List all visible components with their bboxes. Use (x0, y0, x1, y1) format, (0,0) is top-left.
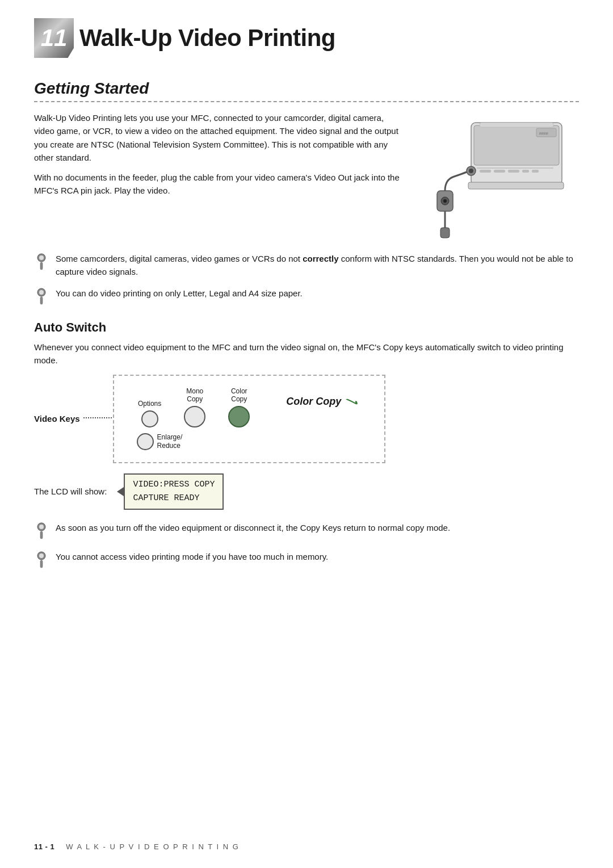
intro-text-block: Walk-Up Video Printing lets you use your… (34, 111, 401, 242)
note-item-4: You cannot access video printing mode if… (34, 550, 579, 571)
svg-rect-2 (468, 182, 564, 189)
getting-started-heading: Getting Started (34, 79, 579, 98)
mono-copy-btn[interactable] (184, 406, 205, 427)
svg-rect-27 (40, 531, 43, 539)
keys-top-row: Options MonoCopy ColorCopy Color Copy ✓ (131, 387, 367, 427)
video-keys-label-group: Video Keys (34, 414, 112, 423)
color-copy-key-group: ColorCopy (228, 387, 250, 427)
auto-switch-para: Whenever you connect video equipment to … (34, 341, 579, 367)
note-text-2: You can do video printing on only Letter… (56, 287, 303, 300)
note-text-1: Some camcorders, digital cameras, video … (56, 252, 579, 279)
lcd-line2: CAPTURE READY (133, 492, 215, 505)
section-divider (34, 101, 579, 102)
note-item-1: Some camcorders, digital cameras, video … (34, 252, 579, 279)
device-svg: ⎚⎚⎚⎚ (420, 117, 573, 242)
mono-copy-key-group: MonoCopy (184, 387, 205, 427)
getting-started-section: Getting Started (0, 69, 613, 102)
device-image: ⎚⎚⎚⎚ (414, 111, 579, 242)
video-keys-row: Video Keys Options MonoCopy ColorCopy (34, 375, 579, 463)
svg-text:⎚⎚⎚⎚: ⎚⎚⎚⎚ (539, 132, 548, 135)
enlarge-label: Enlarge/Reduce (157, 433, 183, 451)
svg-rect-4 (480, 170, 491, 173)
svg-point-29 (39, 553, 44, 558)
note-icon-1 (34, 253, 49, 272)
color-copy-swash: ✓ (344, 391, 363, 413)
svg-point-23 (39, 290, 44, 295)
video-keys-diagram: Options MonoCopy ColorCopy Color Copy ✓ (113, 375, 385, 463)
options-label: Options (138, 400, 161, 408)
intro-para1: Walk-Up Video Printing lets you use your… (34, 111, 401, 164)
intro-para2: With no documents in the feeder, plug th… (34, 171, 401, 198)
auto-switch-heading: Auto Switch (34, 320, 579, 335)
svg-point-20 (39, 255, 44, 260)
chapter-number: 11 (41, 26, 68, 50)
note-item-3: As soon as you turn off the video equipm… (34, 521, 579, 542)
svg-point-26 (39, 525, 44, 529)
chapter-title: Walk-Up Video Printing (79, 24, 335, 52)
lcd-row: The LCD will show: VIDEO:PRESS COPY CAPT… (34, 473, 579, 510)
note-icon-4 (34, 551, 49, 570)
main-content: Walk-Up Video Printing lets you use your… (0, 111, 613, 571)
note-item-2: You can do video printing on only Letter… (34, 287, 579, 307)
note-icon-3 (34, 522, 49, 541)
intro-columns: Walk-Up Video Printing lets you use your… (34, 111, 579, 242)
svg-rect-7 (522, 170, 529, 173)
video-keys-label: Video Keys (34, 414, 80, 423)
lcd-display: VIDEO:PRESS COPY CAPTURE READY (124, 473, 224, 510)
color-copy-key-label: ColorCopy (231, 387, 247, 404)
page-footer: 11 - 1 W A L K - U P V I D E O P R I N T… (34, 842, 579, 851)
chapter-number-block: 11 (34, 18, 74, 58)
color-copy-btn[interactable] (228, 406, 250, 427)
svg-rect-21 (40, 262, 43, 270)
options-btn[interactable] (141, 410, 158, 427)
auto-switch-section: Auto Switch Whenever you connect video e… (34, 320, 579, 572)
svg-rect-5 (494, 170, 505, 173)
page-header: 11 Walk-Up Video Printing (0, 0, 613, 69)
lcd-line1: VIDEO:PRESS COPY (133, 478, 215, 492)
svg-point-10 (469, 169, 473, 173)
svg-rect-15 (440, 228, 450, 238)
note-icon-2 (34, 288, 49, 307)
svg-point-13 (443, 199, 447, 203)
footer-page-ref: 11 - 1 (34, 842, 54, 851)
options-key-group: Options (138, 400, 161, 427)
svg-rect-24 (40, 297, 43, 304)
note-text-3: As soon as you turn off the video equipm… (56, 521, 450, 534)
svg-rect-16 (480, 123, 553, 127)
lcd-label: The LCD will show: (34, 487, 107, 496)
svg-rect-30 (40, 560, 43, 568)
color-copy-brand-wrap: Color Copy ✓ (280, 392, 360, 411)
enlarge-btn[interactable] (137, 433, 154, 450)
enlarge-row: Enlarge/Reduce (137, 433, 183, 451)
mono-copy-label: MonoCopy (186, 387, 203, 404)
svg-rect-6 (508, 170, 519, 173)
color-copy-brand: Color Copy (286, 396, 341, 408)
footer-chapter-label: W A L K - U P V I D E O P R I N T I N G (66, 842, 240, 851)
note-text-4: You cannot access video printing mode if… (56, 550, 328, 563)
svg-rect-8 (532, 170, 539, 173)
